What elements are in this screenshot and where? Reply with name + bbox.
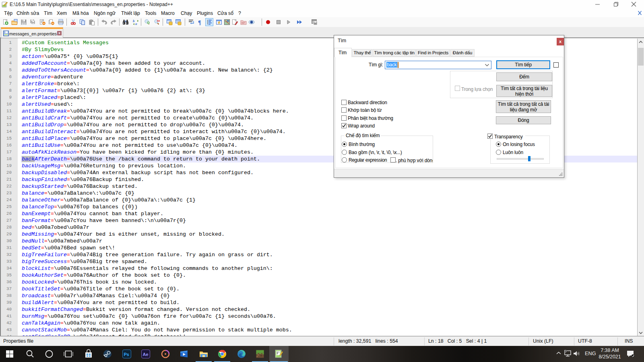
svg-text:¶: ¶: [198, 20, 201, 26]
svg-text:b: b: [133, 19, 135, 23]
svg-text:Ae: Ae: [143, 352, 149, 357]
svg-text:a: a: [135, 22, 137, 25]
svg-text:Ps: Ps: [124, 352, 129, 357]
